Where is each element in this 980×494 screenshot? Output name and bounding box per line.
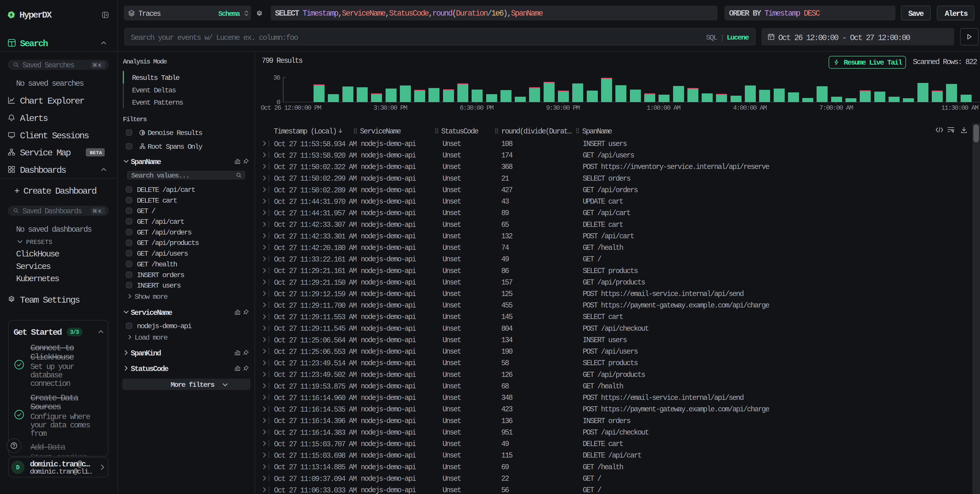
svg-text:7:00:00 AM: 7:00:00 AM	[819, 104, 853, 112]
svg-text:3:30:00 PM: 3:30:00 PM	[374, 104, 407, 112]
svg-text:9:30:00 PM: 9:30:00 PM	[546, 104, 580, 112]
svg-text:1:00:00 AM: 1:00:00 AM	[647, 104, 681, 112]
svg-text:36: 36	[273, 74, 280, 82]
svg-text:6:30:00 PM: 6:30:00 PM	[460, 104, 494, 112]
svg-text:4:00:00 AM: 4:00:00 AM	[733, 104, 767, 112]
svg-text:Oct 26 12:00:00 PM: Oct 26 12:00:00 PM	[261, 104, 321, 112]
svg-text:0: 0	[277, 98, 280, 106]
svg-text:11:30:00 AM: 11:30:00 AM	[941, 104, 978, 112]
